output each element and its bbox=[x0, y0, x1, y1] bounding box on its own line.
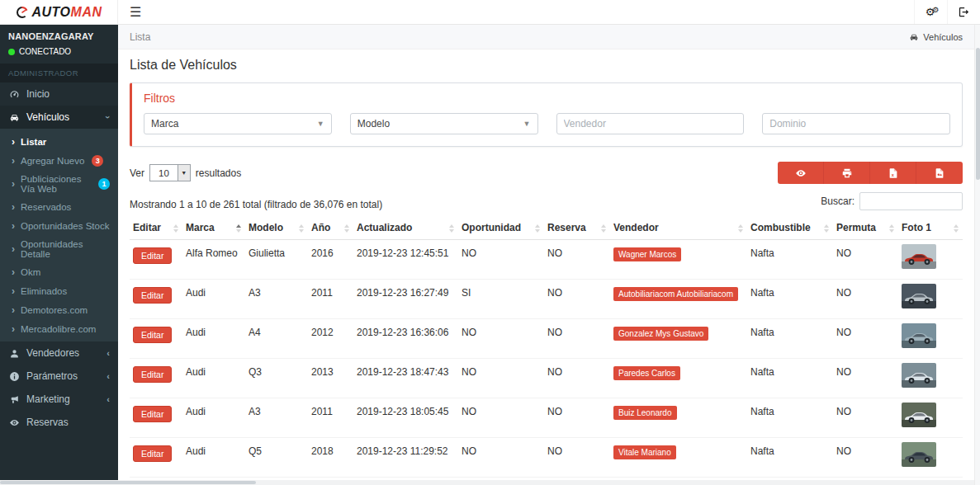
export-excel-button[interactable]: x bbox=[870, 162, 916, 184]
submenu-item[interactable]: › Okm bbox=[0, 262, 118, 281]
cell-ano: 2018 bbox=[308, 438, 353, 478]
horizontal-scrollbar-thumb[interactable] bbox=[0, 481, 256, 484]
sign-out-icon bbox=[958, 6, 970, 18]
column-visibility-button[interactable] bbox=[778, 162, 824, 184]
column-header[interactable]: Foto 1 bbox=[898, 217, 963, 240]
cell-combustible: Nafta bbox=[747, 280, 833, 319]
vendor-badge[interactable]: Wagner Marcos bbox=[613, 247, 681, 261]
cell-actualizado: 2019-12-23 12:45:51 bbox=[353, 240, 458, 280]
vertical-scrollbar[interactable] bbox=[974, 25, 980, 485]
results-info: Mostrando 1 a 10 de 261 total (filtrado … bbox=[130, 199, 382, 210]
edit-button[interactable]: Editar bbox=[133, 445, 172, 462]
print-button[interactable] bbox=[824, 162, 870, 184]
submenu-item[interactable]: › Eliminados bbox=[0, 281, 118, 300]
sidebar-item-inicio[interactable]: Inicio bbox=[0, 82, 118, 106]
vehicle-photo[interactable] bbox=[902, 363, 936, 388]
dominio-input[interactable] bbox=[769, 114, 943, 134]
vendor-badge[interactable]: Autobiliariacom Autobiliariacom bbox=[613, 287, 738, 301]
vehicle-photo[interactable] bbox=[902, 284, 936, 308]
vendedor-field-wrap bbox=[556, 113, 745, 134]
column-header[interactable]: Vendedor bbox=[610, 217, 747, 240]
sidebar-menu: Inicio Vehículos › bbox=[0, 82, 118, 129]
submenu-item[interactable]: › Oportunidades Detalle bbox=[0, 235, 118, 262]
submenu-item-label: Reservados bbox=[21, 202, 71, 212]
edit-button[interactable]: Editar bbox=[133, 406, 172, 422]
cell-actualizado: 2019-12-23 16:27:49 bbox=[353, 280, 458, 319]
column-header[interactable]: Año bbox=[308, 217, 353, 240]
caret-down-icon: ▼ bbox=[523, 120, 531, 128]
sort-icon bbox=[824, 224, 829, 233]
cell-ano: 2013 bbox=[308, 359, 353, 398]
horizontal-scrollbar[interactable] bbox=[0, 480, 974, 485]
sidebar-item-vehiculos[interactable]: Vehículos › bbox=[0, 106, 118, 129]
export-pdf-button[interactable] bbox=[916, 162, 963, 184]
edit-button[interactable]: Editar bbox=[133, 247, 172, 264]
sidebar-item-reservas[interactable]: Reservas bbox=[0, 411, 118, 434]
column-header[interactable]: Marca bbox=[182, 217, 245, 240]
submenu-item[interactable]: › Listar bbox=[0, 132, 118, 151]
info-icon bbox=[8, 370, 20, 382]
sort-icon bbox=[173, 224, 178, 233]
column-header[interactable]: Modelo bbox=[245, 217, 308, 240]
table-info-row: Mostrando 1 a 10 de 261 total (filtrado … bbox=[130, 192, 963, 210]
submenu-item[interactable]: › Oportunidades Stock bbox=[0, 216, 118, 235]
column-header[interactable]: Editar bbox=[130, 217, 182, 240]
submenu-item-label: Listar bbox=[21, 137, 46, 147]
sidebar-item-vendedores[interactable]: Vendedores ‹ bbox=[0, 341, 118, 365]
angle-right-icon: › bbox=[12, 323, 15, 335]
vehicle-photo[interactable] bbox=[902, 244, 936, 269]
cell-permuta: NO bbox=[833, 398, 898, 438]
cell-permuta: NO bbox=[833, 319, 898, 359]
cell-reserva: NO bbox=[544, 240, 610, 280]
cell-combustible: Nafta bbox=[747, 359, 833, 398]
modelo-select[interactable]: Modelo ▼ bbox=[350, 113, 538, 134]
cell-marca: Audi bbox=[182, 398, 245, 438]
sidebar-item-marketing[interactable]: Marketing ‹ bbox=[0, 388, 118, 411]
vertical-scrollbar-thumb[interactable] bbox=[976, 48, 980, 180]
chevron-left-icon: ‹ bbox=[107, 348, 110, 358]
vehicle-photo[interactable] bbox=[902, 442, 936, 467]
submenu-item[interactable]: › Mercadolibre.com bbox=[0, 319, 118, 338]
sidebar-toggle-hamburger-icon[interactable]: ☰ bbox=[118, 0, 153, 25]
vehicle-photo[interactable] bbox=[902, 323, 936, 348]
submenu-item[interactable]: › Publiciaciones Vía Web 1 bbox=[0, 170, 118, 197]
sort-icon bbox=[236, 224, 241, 233]
vendor-badge[interactable]: Gonzalez Mys Gustavo bbox=[613, 327, 708, 341]
column-header[interactable]: Actualizado bbox=[353, 217, 458, 240]
vendor-badge[interactable]: Vitale Mariano bbox=[613, 445, 676, 459]
column-header[interactable]: Reserva bbox=[544, 217, 610, 240]
sidebar-item-parametros[interactable]: Parámetros ‹ bbox=[0, 365, 118, 388]
settings-button[interactable]: ⚙⚙ bbox=[914, 0, 947, 24]
cell-oportunidad: SI bbox=[458, 280, 544, 319]
submenu-item-label: Okm bbox=[21, 267, 40, 277]
car-icon bbox=[909, 32, 919, 42]
column-header[interactable]: Combustible bbox=[747, 217, 833, 240]
vendedor-input[interactable] bbox=[564, 114, 737, 134]
column-header[interactable]: Oportunidad bbox=[458, 217, 544, 240]
sort-icon bbox=[954, 224, 959, 233]
caret-down-icon: ▼ bbox=[317, 120, 324, 128]
breadcrumb-section[interactable]: Vehículos bbox=[909, 32, 963, 42]
vendor-badge[interactable]: Buiz Leonardo bbox=[613, 406, 677, 420]
edit-button[interactable]: Editar bbox=[133, 327, 172, 343]
cell-combustible: Nafta bbox=[747, 240, 833, 280]
submenu-item[interactable]: › Reservados bbox=[0, 197, 118, 216]
vendor-badge[interactable]: Paredes Carlos bbox=[613, 366, 680, 380]
edit-button[interactable]: Editar bbox=[133, 366, 172, 383]
logout-button[interactable] bbox=[947, 0, 980, 24]
submenu-item[interactable]: › Demotores.com bbox=[0, 300, 118, 319]
submenu-item[interactable]: › Agregar Nuevo 3 bbox=[0, 151, 118, 170]
page-size-select[interactable]: 10 ▼ bbox=[149, 164, 191, 181]
search-input[interactable] bbox=[859, 192, 963, 210]
search-label: Buscar: bbox=[821, 195, 855, 207]
brand-logo[interactable]: AUTOMAN bbox=[0, 0, 118, 24]
vehicle-photo[interactable] bbox=[902, 403, 936, 427]
breadcrumb-current: Lista bbox=[130, 31, 150, 43]
cell-combustible: Nafta bbox=[747, 319, 833, 359]
cell-modelo: Giulietta bbox=[245, 240, 308, 280]
marca-select[interactable]: Marca ▼ bbox=[144, 113, 332, 134]
cell-modelo: A3 bbox=[245, 280, 308, 319]
edit-button[interactable]: Editar bbox=[133, 287, 172, 304]
column-header[interactable]: Permuta bbox=[833, 217, 898, 240]
angle-right-icon: › bbox=[12, 155, 15, 167]
